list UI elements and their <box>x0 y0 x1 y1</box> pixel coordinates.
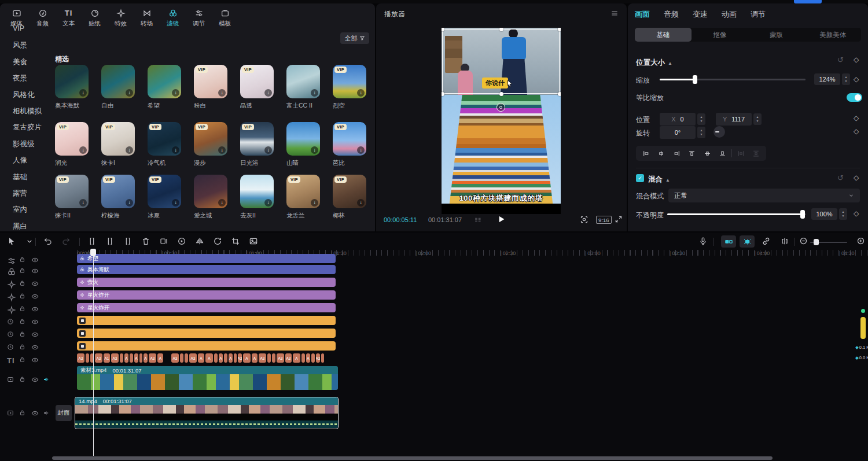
text-clip-chip[interactable]: A <box>229 353 233 363</box>
filter-card[interactable]: VIP↓徕卡I <box>101 122 142 167</box>
text-clip-chip[interactable]: A3 <box>149 353 156 363</box>
track-11-eye-icon[interactable] <box>31 410 39 417</box>
category-8[interactable]: 影视级 <box>13 139 35 149</box>
opacity-keyframe-icon[interactable]: ◇ <box>854 209 859 217</box>
filter-card[interactable]: ↓希望 <box>148 65 188 110</box>
track-10-speaker-icon[interactable] <box>43 376 50 383</box>
timeline-bar-希望[interactable]: 希望 <box>77 254 336 263</box>
track-5-eye-icon[interactable] <box>31 305 39 313</box>
category-9[interactable]: 人像 <box>13 156 27 165</box>
timeline-bar-萤火[interactable]: 萤火 <box>77 278 336 287</box>
player-menu-icon[interactable] <box>610 9 619 17</box>
selection-handle[interactable] <box>558 92 561 96</box>
toolbar-item-adjust[interactable]: 调节 <box>186 7 212 30</box>
freeze-tool-icon[interactable] <box>159 237 168 246</box>
cursor-tool-icon[interactable] <box>7 237 16 246</box>
filter-card[interactable]: VIP↓冰夏 <box>148 175 188 220</box>
subtab-1[interactable]: 基础 <box>635 28 692 42</box>
timeline-bar-奥本海默[interactable]: 奥本海默 <box>77 265 336 274</box>
main-video-clip-selected[interactable]: 14.mp4 00:01:31:07 <box>75 397 339 429</box>
text-clip-chip[interactable]: A <box>293 353 300 363</box>
text-clip-chip[interactable]: A3 <box>171 353 179 363</box>
text-clip-chip[interactable]: A <box>124 353 128 363</box>
chevdown-tool-icon[interactable] <box>25 237 34 246</box>
text-clip-chip[interactable]: A <box>219 353 223 363</box>
track-4-lock-icon[interactable] <box>19 293 25 299</box>
track-8-lock-icon[interactable] <box>19 344 25 350</box>
cover-button[interactable]: 封面 <box>56 405 72 421</box>
category-6[interactable]: 相机模拟 <box>13 106 42 116</box>
track-3-lock-icon[interactable] <box>19 280 25 286</box>
filter-card[interactable]: VIP↓芭比 <box>333 122 373 167</box>
uniform-scale-toggle[interactable] <box>847 93 862 102</box>
tab-1[interactable]: 画面 <box>635 9 650 20</box>
track-3-eye-icon[interactable] <box>31 280 39 287</box>
timeline-bar-星火炸开[interactable]: 星火炸开 <box>77 303 336 312</box>
position-size-header[interactable]: 位置大小▲ <box>636 57 672 68</box>
filter-card[interactable]: ↓山晴 <box>286 122 327 167</box>
undo-tool-icon[interactable] <box>43 237 53 246</box>
position-y-stepper[interactable]: ▲▼ <box>753 113 762 125</box>
category-10[interactable]: 基础 <box>13 172 27 182</box>
timeline-zoom-knob[interactable] <box>814 239 819 245</box>
position-x-stepper[interactable]: ▲▼ <box>697 113 705 125</box>
filter-card[interactable]: VIP↓徕卡II <box>55 175 95 220</box>
track-7-lock-icon[interactable] <box>19 331 25 337</box>
frame-preview-icon[interactable] <box>473 216 482 224</box>
preview-axis-icon[interactable] <box>780 237 789 246</box>
track-9-lock-icon[interactable] <box>19 356 25 363</box>
filter-card[interactable]: VIP↓晶透 <box>240 65 281 110</box>
video-preview[interactable]: 100种方块搭建而成的塔 你说什 <box>442 28 561 214</box>
toolbar-item-fx[interactable]: 特效 <box>108 7 134 30</box>
split-tool-icon[interactable] <box>123 237 133 246</box>
matting-tool-icon[interactable] <box>249 237 258 246</box>
reset-icon[interactable]: ↺ <box>837 56 844 64</box>
align-center-h-icon[interactable] <box>654 150 670 157</box>
opacity-slider[interactable] <box>667 213 806 215</box>
track-9-eye-icon[interactable] <box>31 356 39 364</box>
zoom-in-icon[interactable] <box>856 237 865 245</box>
text-clip-chip[interactable]: A3 <box>285 353 292 363</box>
timeline-bar-sticker[interactable] <box>77 329 336 338</box>
text-clip-chip[interactable]: A3 <box>111 353 119 363</box>
rotate-field[interactable]: 0° <box>660 126 696 139</box>
fit-focus-icon[interactable] <box>580 215 589 224</box>
subtab-3[interactable]: 蒙版 <box>748 28 805 42</box>
track-10-lock-icon[interactable] <box>19 376 25 382</box>
text-clip-chip[interactable]: A3 <box>316 353 320 363</box>
rotate-handle[interactable] <box>496 103 505 112</box>
scale-stepper[interactable]: ▲▼ <box>842 73 850 85</box>
filter-card[interactable]: VIP↓龙舌兰 <box>286 175 327 220</box>
filter-card[interactable]: VIP↓日光浴 <box>240 122 281 167</box>
position-keyframe-icon[interactable]: ◇ <box>854 114 859 122</box>
tab-4[interactable]: 动画 <box>722 9 737 20</box>
text-clip-chip[interactable] <box>86 353 89 363</box>
text-clip-chip[interactable]: A3 <box>189 353 197 363</box>
text-clip-chip[interactable]: A3 <box>77 353 84 363</box>
category-13[interactable]: 黑白 <box>13 222 27 231</box>
track-2-eye-icon[interactable] <box>31 267 39 275</box>
category-3[interactable]: 美食 <box>13 57 27 67</box>
rotate-stepper[interactable]: ▲▼ <box>697 127 705 138</box>
text-clip-chip[interactable] <box>267 353 271 363</box>
timeline-bar-sticker[interactable] <box>77 316 336 325</box>
position-x-field[interactable]: X0 <box>660 113 696 126</box>
align-middle-v-icon[interactable] <box>700 150 715 157</box>
filter-card[interactable]: VIP↓烈空 <box>333 65 373 110</box>
category-7[interactable]: 复古胶片 <box>13 123 42 132</box>
track-5-lock-icon[interactable] <box>19 305 25 312</box>
text-clip-chip[interactable] <box>214 353 218 363</box>
main-track-magnet-toggle[interactable] <box>721 235 736 248</box>
mirror-tool-icon[interactable] <box>195 237 204 246</box>
track-1-eye-icon[interactable] <box>31 256 39 264</box>
blend-keyframe-icon[interactable]: ◇ <box>854 174 859 182</box>
rotate-knob[interactable] <box>713 126 725 138</box>
filter-card[interactable]: VIP↓柠檬海 <box>101 175 142 220</box>
text-clip-chip[interactable] <box>224 353 227 363</box>
trash-tool-icon[interactable] <box>141 237 150 246</box>
text-clip-chip[interactable]: A <box>198 353 204 363</box>
scale-value[interactable]: 124% <box>814 73 840 85</box>
text-clip-chip[interactable]: A <box>252 353 258 363</box>
toolbar-item-transition[interactable]: 转场 <box>134 7 160 30</box>
track-1-lock-icon[interactable] <box>19 256 25 263</box>
